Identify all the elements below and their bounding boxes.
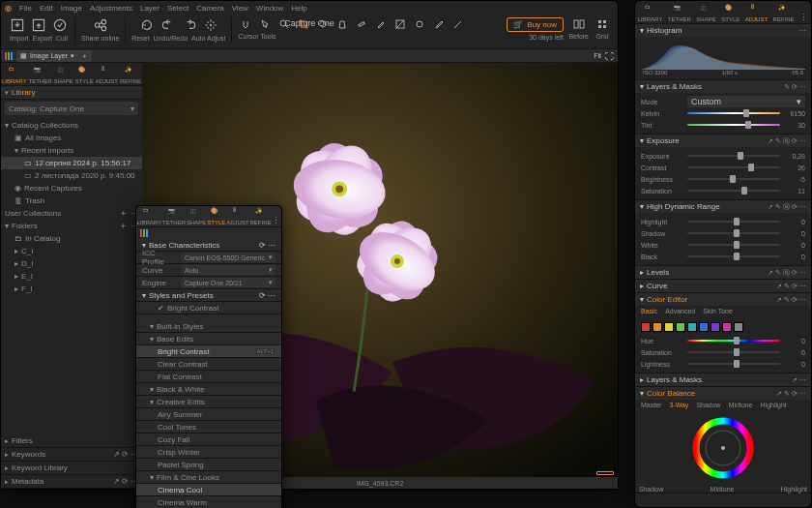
style-category[interactable]: ▾Base Edits: [136, 333, 281, 345]
thumbnail-strip[interactable]: [596, 471, 614, 475]
gradient-tool-icon[interactable]: [392, 16, 408, 32]
style-category[interactable]: ▾Black & White: [136, 383, 281, 396]
rp-tab-library[interactable]: 🗀LIBRARY: [638, 4, 663, 22]
reset-icon[interactable]: [138, 16, 156, 34]
add-collection-icon[interactable]: ＋: [119, 207, 128, 220]
share-icon[interactable]: [92, 16, 109, 34]
slider-tint[interactable]: Tint30: [641, 119, 805, 131]
wb-mode-select[interactable]: Custom▾: [687, 96, 805, 107]
slider-white[interactable]: White0: [641, 239, 805, 251]
menu-view[interactable]: View: [232, 4, 248, 13]
folder-item[interactable]: 🗀In Catalog: [1, 232, 142, 245]
trash-item[interactable]: 🗑Trash: [1, 194, 142, 207]
cb-tab-3way[interactable]: 3-Way: [669, 402, 688, 408]
sp-tab-style[interactable]: 🎨STYLE: [207, 207, 225, 225]
exposure-head[interactable]: ▾Exposure↗ ✎ ⓐ ⟳ ⋯: [635, 134, 811, 147]
before-after-icon[interactable]: [571, 16, 587, 32]
ce-tab-skintone[interactable]: Skin Tone: [703, 308, 733, 314]
sp-tools-icon[interactable]: ⟳ ⋯: [259, 241, 276, 250]
sp-tab-adjust[interactable]: 🎚ADJUST: [226, 207, 248, 225]
menu-adjustments[interactable]: Adjustments: [90, 4, 132, 13]
sp-tab-refine[interactable]: ✨REFINE: [250, 207, 272, 225]
sp-tab-shape[interactable]: ◫SHAPE: [187, 207, 206, 225]
color-swatch[interactable]: [734, 322, 743, 332]
autoadjust-icon[interactable]: [202, 16, 219, 34]
menu-camera[interactable]: Camera: [196, 4, 223, 13]
color-swatch[interactable]: [664, 322, 674, 332]
menu-file[interactable]: File: [19, 4, 32, 13]
slider-kelvin[interactable]: Kelvin6150: [641, 107, 805, 119]
cb-tab-shadow[interactable]: Shadow: [696, 402, 720, 408]
tab-style[interactable]: 🎨STYLE: [75, 66, 94, 84]
cull-icon[interactable]: [51, 16, 69, 34]
layer-selector[interactable]: ▦ Image Layer▾＋: [16, 50, 92, 62]
fullscreen-icon[interactable]: ⛶: [605, 51, 614, 61]
rgb-readout-icon[interactable]: [5, 52, 13, 60]
cb-tab-master[interactable]: Master: [641, 402, 661, 408]
builtin-styles-head[interactable]: ▾Built-in Styles: [136, 320, 281, 333]
slider-brightness[interactable]: Brightness-5: [641, 173, 805, 185]
slider-lightness[interactable]: Lightness0: [641, 358, 805, 370]
curve-row[interactable]: CurveAuto▾: [136, 264, 281, 277]
pointer-tool-icon[interactable]: [257, 16, 273, 32]
histogram-head[interactable]: ▾Histogram⋯: [635, 24, 811, 37]
color-wheel[interactable]: [689, 414, 757, 482]
style-category[interactable]: ▾Creative Edits: [136, 396, 281, 408]
menu-select[interactable]: Select: [167, 4, 188, 13]
tab-library[interactable]: 🗀LIBRARY: [2, 66, 27, 84]
slider-contrast[interactable]: Contrast26: [641, 162, 805, 173]
style-item[interactable]: Cool Tones: [136, 421, 281, 433]
catalog-selector[interactable]: Catalog: Capture One▾: [5, 102, 138, 115]
color-editor-head[interactable]: ▾Color Editor↗ ✎ ⟳ ⋯: [635, 293, 811, 306]
recent-captures-item[interactable]: ◉Recent Captures: [1, 182, 142, 194]
folder-item[interactable]: ▸C_I: [1, 245, 142, 257]
slider-highlight[interactable]: Highlight0: [641, 216, 805, 227]
keystone-tool-icon[interactable]: [334, 16, 350, 32]
icc-profile-row[interactable]: ICC ProfileCanon EOS-550D Generic▾: [136, 252, 281, 264]
rp-tab-shape[interactable]: ◫SHAPE: [696, 4, 715, 22]
style-item[interactable]: Bright ContrastALT+1: [136, 345, 281, 358]
grid-view-icon[interactable]: [594, 16, 610, 32]
menu-help[interactable]: Help: [291, 4, 306, 13]
curve-head[interactable]: ▸Curve↗ ✎ ⟳ ⋯: [635, 280, 811, 292]
heal-tool-icon[interactable]: [354, 16, 369, 32]
menu-edit[interactable]: Edit: [40, 4, 53, 13]
all-images-item[interactable]: ▣All Images: [1, 132, 142, 144]
color-swatch[interactable]: [687, 322, 697, 332]
slider-saturation[interactable]: Saturation0: [641, 346, 805, 358]
style-item[interactable]: Cinema Cool: [136, 484, 281, 496]
add-folder-icon[interactable]: ＋: [119, 220, 128, 232]
style-item[interactable]: Pastel Spring: [136, 459, 281, 471]
brush-tool-icon[interactable]: [373, 16, 389, 32]
recent-import-item[interactable]: ▭2 листопада 2020 р. 9:45:00: [1, 169, 142, 182]
rp-tab-tether[interactable]: 📷TETHER: [668, 4, 691, 22]
rp-more-icon[interactable]: ⋮: [799, 13, 808, 22]
style-item[interactable]: Cozy Fall: [136, 433, 281, 446]
applied-style[interactable]: ✔Bright Contrast: [136, 302, 281, 314]
rp-tab-adjust[interactable]: 🎚ADJUST: [745, 4, 768, 22]
undo-icon[interactable]: [160, 16, 177, 34]
folder-item[interactable]: ▸E_I: [1, 270, 142, 283]
color-swatch[interactable]: [641, 322, 651, 332]
style-item[interactable]: Crisp Winter: [136, 446, 281, 459]
sp-tab-tether[interactable]: 📷TETHER: [162, 207, 186, 225]
slider-black[interactable]: Black0: [641, 251, 805, 262]
tab-shape[interactable]: ◫SHAPE: [53, 66, 72, 84]
slider-hue[interactable]: Hue0: [641, 335, 805, 346]
metadata-head[interactable]: ▸Metadata↗ ⟳ ⋯: [1, 475, 142, 489]
menu-layer[interactable]: Layer: [140, 4, 160, 13]
rp-tab-style[interactable]: 🎨STYLE: [721, 4, 740, 22]
import-icon[interactable]: [9, 16, 26, 34]
color-swatch[interactable]: [676, 322, 685, 332]
styles-presets-head[interactable]: ▾Styles and Presets⟳ ⋯: [136, 289, 281, 302]
keyword-library-head[interactable]: ▸Keyword Library: [1, 462, 142, 475]
ce-tab-advanced[interactable]: Advanced: [665, 308, 695, 314]
annotate-tool-icon[interactable]: [450, 16, 466, 32]
color-swatch[interactable]: [652, 322, 662, 332]
catalog-collections-head[interactable]: ▾Catalog Collections: [1, 119, 142, 132]
redo-icon[interactable]: [181, 16, 198, 34]
folder-item[interactable]: ▸D_I: [1, 257, 142, 270]
style-item[interactable]: Flat Contrast: [136, 371, 281, 383]
picker-tool-icon[interactable]: [431, 16, 447, 32]
zoom-display[interactable]: Fit: [594, 52, 601, 59]
